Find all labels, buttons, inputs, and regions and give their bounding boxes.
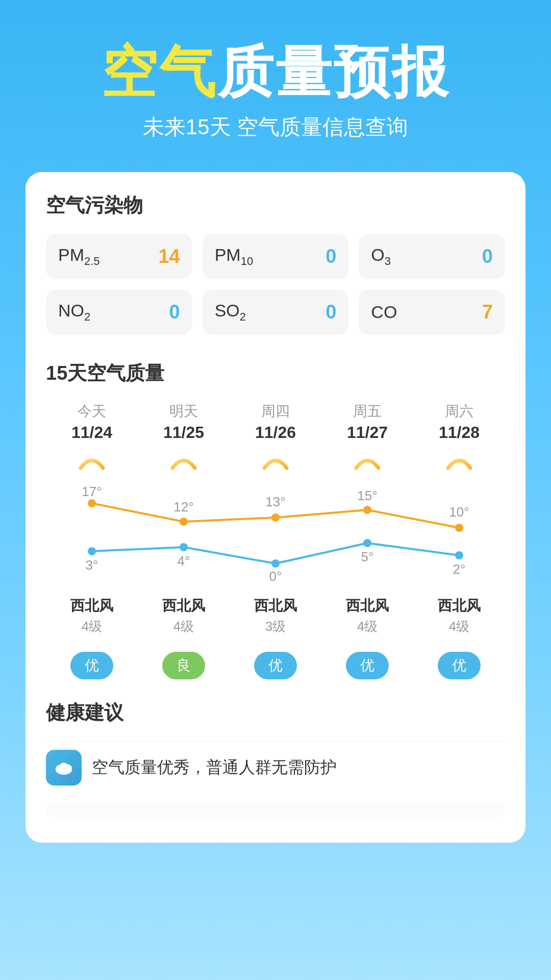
header: 空气质量预报 未来15天 空气质量信息查询 xyxy=(0,0,551,162)
aq-badge-grid: 优 良 优 优 优 xyxy=(46,652,505,679)
svg-point-13 xyxy=(59,763,68,772)
high-dot-4 xyxy=(363,506,371,514)
forecast-day-3: 周四 11/26 xyxy=(230,402,321,477)
temp-chart-svg: 17° 12° 13° 15° 10° xyxy=(46,482,505,584)
forecast-grid: 今天 11/24 明天 11/25 周四 11/26 xyxy=(46,402,505,477)
main-card: 空气污染物 PM2.5 14 PM10 0 O3 0 NO2 0 SO2 0 C… xyxy=(26,172,525,843)
sun-icon-1 xyxy=(76,450,108,471)
title-quality: 质量预报 xyxy=(217,40,450,103)
low-dot-2 xyxy=(180,543,188,551)
svg-text:2°: 2° xyxy=(453,561,466,577)
pollutant-no2-value: 0 xyxy=(169,301,180,323)
low-dot-3 xyxy=(271,559,280,568)
pollutant-co-value: 7 xyxy=(482,301,493,323)
svg-text:0°: 0° xyxy=(269,569,282,584)
pollutant-pm10: PM10 0 xyxy=(203,234,349,279)
high-dot-3 xyxy=(271,513,280,522)
pollutants-title: 空气污染物 xyxy=(46,192,505,218)
aq-badge-2: 良 xyxy=(138,652,230,679)
forecast-day-5: 周六 11/28 xyxy=(413,402,505,477)
svg-text:15°: 15° xyxy=(357,488,377,503)
forecast-day-4: 周五 11/27 xyxy=(321,402,413,477)
sun-icon-5 xyxy=(443,450,475,471)
forecast-title: 15天空气质量 xyxy=(46,360,505,386)
pollutant-pm10-value: 0 xyxy=(325,246,336,267)
low-dot-4 xyxy=(363,539,371,547)
pollutant-pm25-value: 14 xyxy=(158,246,180,267)
low-dot-1 xyxy=(88,547,96,555)
sun-icon-4 xyxy=(351,450,384,471)
pollutant-so2: SO2 0 xyxy=(203,289,349,335)
aq-badge-1: 优 xyxy=(46,652,138,679)
svg-text:4°: 4° xyxy=(178,553,190,569)
sun-icon-3 xyxy=(259,450,292,471)
forecast-day-1: 今天 11/24 xyxy=(46,402,138,477)
pollutant-co: CO 7 xyxy=(359,289,505,335)
health-title: 健康建议 xyxy=(46,700,505,726)
svg-text:3°: 3° xyxy=(86,557,98,573)
cloud-icon xyxy=(53,756,75,779)
wind-grid: 西北风 4级 西北风 4级 西北风 3级 西北风 4级 西北风 4级 xyxy=(46,596,505,642)
pollutant-pm25: PM2.5 14 xyxy=(46,234,192,279)
sun-icon-2 xyxy=(167,450,200,471)
high-dot-5 xyxy=(455,524,463,532)
wind-1: 西北风 4级 xyxy=(46,596,138,642)
svg-text:17°: 17° xyxy=(82,484,102,499)
subtitle: 未来15天 空气质量信息查询 xyxy=(31,113,520,141)
forecast-day-2: 明天 11/25 xyxy=(138,402,230,477)
wind-3: 西北风 3级 xyxy=(230,596,321,642)
health-text-1: 空气质量优秀，普通人群无需防护 xyxy=(92,756,337,779)
health-section: 健康建议 空气质量优秀，普通人群无需防护 xyxy=(46,700,505,817)
svg-text:13°: 13° xyxy=(265,494,285,509)
wind-4: 西北风 4级 xyxy=(321,596,413,642)
svg-text:12°: 12° xyxy=(173,499,193,514)
pollutant-grid: PM2.5 14 PM10 0 O3 0 NO2 0 SO2 0 CO 7 xyxy=(46,234,505,335)
wind-2: 西北风 4级 xyxy=(138,596,230,642)
aq-badge-4: 优 xyxy=(321,652,413,679)
svg-text:10°: 10° xyxy=(449,504,469,520)
health-item-partial xyxy=(46,802,505,817)
pollutant-o3: O3 0 xyxy=(359,234,505,279)
low-dot-5 xyxy=(455,551,463,559)
aq-badge-5: 优 xyxy=(413,652,505,679)
main-title: 空气质量预报 xyxy=(31,41,520,103)
title-air: 空气 xyxy=(101,40,217,103)
pollutant-o3-value: 0 xyxy=(482,246,493,267)
health-item-1: 空气质量优秀，普通人群无需防护 xyxy=(46,741,505,794)
temp-chart-container: 17° 12° 13° 15° 10° xyxy=(46,482,505,586)
high-dot-2 xyxy=(180,518,188,526)
high-dot-1 xyxy=(88,499,96,507)
wind-5: 西北风 4级 xyxy=(413,596,505,642)
svg-text:5°: 5° xyxy=(361,549,374,565)
aq-badge-3: 优 xyxy=(230,652,321,679)
pollutant-no2: NO2 0 xyxy=(46,289,192,335)
health-icon xyxy=(46,750,82,786)
pollutant-so2-value: 0 xyxy=(325,301,336,323)
